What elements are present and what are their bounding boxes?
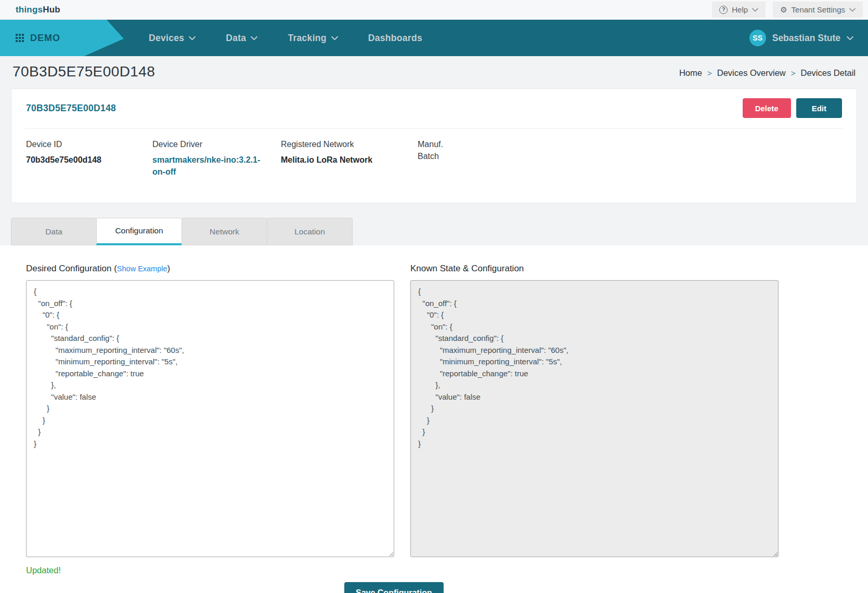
registered-network-label: Registered Network <box>281 138 418 150</box>
tenant-settings-button[interactable]: ⚙ Tenant Settings <box>773 2 863 18</box>
device-id-label: Device ID <box>26 138 152 150</box>
updated-status: Updated! <box>26 564 394 576</box>
device-driver-field: Device Driver smartmakers/nke-ino:3.2.1-… <box>152 138 281 178</box>
nav-item-data[interactable]: Data <box>226 33 257 44</box>
tab-network[interactable]: Network <box>182 218 267 245</box>
nav-item-devices[interactable]: Devices <box>149 33 196 44</box>
manuf-batch-field: Manuf. Batch <box>418 138 842 178</box>
device-card-header: 70B3D5E75E00D148 Delete Edit <box>11 89 857 128</box>
chevron-down-icon <box>847 36 853 41</box>
page-header: 70B3D5E75E00D148 Home > Devices Overview… <box>0 56 868 88</box>
brand-things: things <box>16 5 43 15</box>
user-menu[interactable]: SS Sebastian Stute <box>749 20 853 56</box>
chevron-down-icon <box>331 36 338 41</box>
device-detail-tabs: Data Configuration Network Location <box>11 218 857 245</box>
nav-items: Devices Data Tracking Dashboards <box>149 20 422 56</box>
grid-icon <box>16 34 24 42</box>
chevron-down-icon <box>849 8 856 12</box>
tab-location[interactable]: Location <box>267 218 353 245</box>
device-card-title: 70B3D5E75E00D148 <box>26 103 116 114</box>
nav-item-dashboards[interactable]: Dashboards <box>368 33 422 44</box>
topbar: thingsHub ? Help ⚙ Tenant Settings <box>0 0 868 20</box>
gear-icon: ⚙ <box>780 6 787 14</box>
help-menu-button[interactable]: ? Help <box>712 2 766 18</box>
paren-close: ) <box>167 263 171 273</box>
device-driver-link[interactable]: smartmakers/nke-ino:3.2.1-on-off <box>152 154 263 178</box>
help-icon: ? <box>719 6 728 14</box>
tenant-name: DEMO <box>30 33 60 44</box>
breadcrumb-separator: > <box>791 69 796 77</box>
desired-configuration-section: Desired Configuration (Show Example) Upd… <box>26 262 394 576</box>
chevron-down-icon <box>752 8 758 12</box>
user-name: Sebastian Stute <box>772 33 840 44</box>
known-state-title: Known State & Configuration <box>410 262 779 275</box>
main-navbar: DEMO Devices Data Tracking Dashboards SS… <box>0 20 868 56</box>
help-label: Help <box>732 5 748 14</box>
tab-configuration[interactable]: Configuration <box>96 218 182 245</box>
device-card: 70B3D5E75E00D148 Delete Edit Device ID 7… <box>11 88 857 203</box>
edit-button[interactable]: Edit <box>796 98 842 118</box>
known-state-textarea <box>410 280 779 557</box>
device-id-value: 70b3d5e75e00d148 <box>26 154 152 166</box>
topbar-actions: ? Help ⚙ Tenant Settings <box>705 2 863 18</box>
desired-configuration-textarea[interactable] <box>26 280 394 557</box>
brand-hub: Hub <box>43 5 60 15</box>
brand-logo[interactable]: thingsHub <box>16 5 60 15</box>
show-example-link[interactable]: Show Example <box>117 265 167 273</box>
breadcrumb-home[interactable]: Home <box>679 68 702 78</box>
tab-data[interactable]: Data <box>11 218 97 245</box>
tenant-switcher[interactable]: DEMO <box>0 20 124 56</box>
chevron-down-icon <box>251 36 257 41</box>
delete-button[interactable]: Delete <box>743 98 791 118</box>
registered-network-field: Registered Network Melita.io LoRa Networ… <box>281 138 418 178</box>
desired-configuration-title: Desired Configuration (Show Example) <box>26 262 394 275</box>
device-driver-label: Device Driver <box>152 138 281 150</box>
nav-dashboards-label: Dashboards <box>368 33 422 44</box>
page-title: 70B3D5E75E00D148 <box>12 62 155 81</box>
breadcrumb-separator: > <box>707 69 712 77</box>
breadcrumb-devices-overview[interactable]: Devices Overview <box>717 68 786 78</box>
registered-network-value: Melita.io LoRa Network <box>281 154 418 166</box>
device-info-row: Device ID 70b3d5e75e00d148 Device Driver… <box>11 129 857 203</box>
configuration-panel: Desired Configuration (Show Example) Upd… <box>0 245 868 593</box>
configuration-columns: Desired Configuration (Show Example) Upd… <box>26 262 868 576</box>
device-card-actions: Delete Edit <box>743 98 842 118</box>
nav-item-tracking[interactable]: Tracking <box>288 33 338 44</box>
desired-configuration-label: Desired Configuration <box>26 263 111 273</box>
nav-data-label: Data <box>226 33 246 44</box>
chevron-down-icon <box>189 36 196 41</box>
manuf-batch-label: Manuf. Batch <box>418 138 454 162</box>
device-id-field: Device ID 70b3d5e75e00d148 <box>26 138 152 178</box>
known-state-section: Known State & Configuration <box>410 262 779 576</box>
breadcrumb-devices-detail: Devices Detail <box>801 68 856 78</box>
nav-devices-label: Devices <box>149 33 184 44</box>
avatar: SS <box>749 30 766 46</box>
breadcrumb: Home > Devices Overview > Devices Detail <box>679 68 856 81</box>
save-configuration-button[interactable]: Save Configuration <box>344 582 444 593</box>
nav-tracking-label: Tracking <box>288 33 326 44</box>
tenant-settings-label: Tenant Settings <box>792 5 845 14</box>
